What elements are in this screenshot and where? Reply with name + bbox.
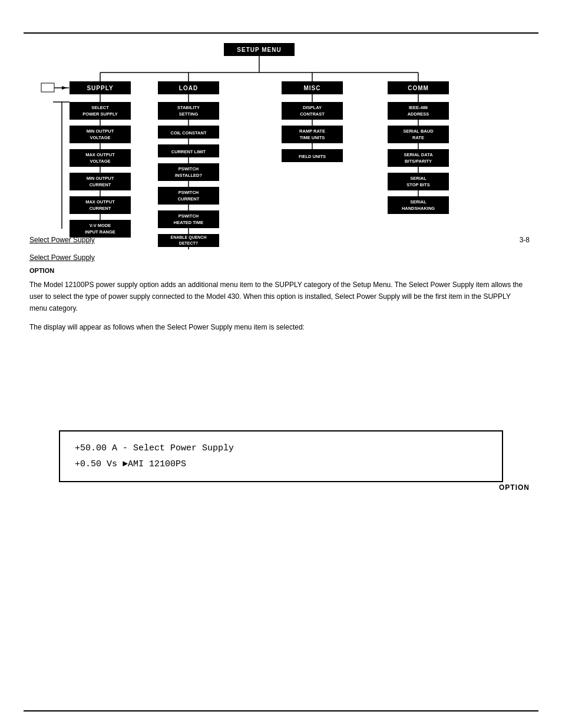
lcd-display-box: +50.00 A - Select Power Supply +0.50 Vs … (59, 430, 503, 482)
svg-text:DISPLAY: DISPLAY (303, 105, 322, 110)
svg-text:VOLTAGE: VOLTAGE (90, 135, 110, 140)
svg-text:POWER SUPPLY: POWER SUPPLY (82, 111, 118, 117)
option-label: OPTION (499, 483, 530, 492)
svg-text:TIME UNITS: TIME UNITS (300, 135, 325, 140)
svg-text:BITS/PARITY: BITS/PARITY (405, 159, 432, 164)
svg-text:MIN OUTPUT: MIN OUTPUT (87, 176, 114, 181)
svg-text:HEATED TIME: HEATED TIME (174, 220, 203, 225)
svg-text:V-V MODE: V-V MODE (90, 223, 111, 228)
svg-text:INSTALLED?: INSTALLED? (175, 173, 203, 178)
svg-text:MIN OUTPUT: MIN OUTPUT (87, 129, 114, 134)
main-text-block: OPTION The Model 12100PS power supply op… (29, 265, 530, 340)
section-ref: Select Power Supply (29, 253, 98, 262)
svg-text:SERIAL: SERIAL (410, 176, 427, 181)
svg-text:SERIAL BAUD: SERIAL BAUD (403, 129, 434, 134)
svg-text:CURRENT: CURRENT (178, 196, 200, 202)
svg-text:DETECT?: DETECT? (179, 241, 198, 245)
svg-text:STOP BITS: STOP BITS (406, 182, 429, 187)
svg-text:SERIAL DATA: SERIAL DATA (404, 152, 433, 157)
bottom-rule (24, 710, 538, 711)
page-number-ref: 3-8 (520, 236, 530, 244)
svg-text:SETUP MENU: SETUP MENU (237, 47, 281, 53)
svg-text:COMM: COMM (408, 85, 429, 91)
svg-text:CURRENT LIMIT: CURRENT LIMIT (171, 149, 206, 154)
svg-text:LOAD: LOAD (179, 85, 198, 91)
svg-text:PSWITCH: PSWITCH (178, 190, 199, 195)
svg-text:PSWITCH: PSWITCH (178, 166, 199, 172)
bottom-ref-line: Select Power Supply (29, 236, 95, 244)
svg-text:RATE: RATE (412, 135, 424, 140)
svg-text:COIL CONSTANT: COIL CONSTANT (171, 130, 207, 136)
svg-text:VOLTAGE: VOLTAGE (90, 159, 110, 164)
svg-text:FIELD UNITS: FIELD UNITS (299, 154, 326, 159)
page-ref: 3-8 (520, 236, 530, 244)
svg-text:SUPPLY: SUPPLY (87, 85, 113, 91)
paragraph-1: The Model 12100PS power supply option ad… (29, 279, 530, 314)
svg-text:HANDSHAKING: HANDSHAKING (402, 206, 435, 211)
svg-text:SERIAL: SERIAL (410, 199, 427, 205)
svg-text:IEEE-488: IEEE-488 (409, 105, 428, 110)
svg-text:MISC: MISC (304, 85, 321, 91)
paragraph-option-label: OPTION (29, 265, 530, 276)
svg-rect-39 (41, 83, 54, 92)
svg-text:RAMP RATE: RAMP RATE (299, 129, 325, 134)
svg-text:MAX OUTPUT: MAX OUTPUT (85, 152, 115, 157)
svg-text:SELECT: SELECT (91, 105, 109, 110)
svg-text:STABILITY: STABILITY (177, 105, 200, 110)
top-rule (24, 32, 538, 34)
svg-text:ADDRESS: ADDRESS (408, 111, 429, 117)
svg-text:MAX OUTPUT: MAX OUTPUT (85, 199, 115, 205)
svg-text:CURRENT: CURRENT (90, 182, 111, 187)
display-line-2: +0.50 Vs ►AMI 12100PS (75, 456, 487, 472)
setup-menu-diagram: SETUP MENU SUPPLY SELECT POWER SUPPLY MI… (29, 40, 536, 258)
svg-text:INPUT RANGE: INPUT RANGE (85, 229, 115, 235)
display-line-1: +50.00 A - Select Power Supply (75, 440, 487, 456)
para-ref-text: Select Power Supply (29, 253, 95, 262)
paragraph-2: The display will appear as follows when … (29, 322, 530, 334)
ref-text: Select Power Supply (29, 236, 95, 244)
svg-text:CONTRAST: CONTRAST (300, 111, 325, 117)
svg-text:ENABLE QUENCH: ENABLE QUENCH (170, 235, 206, 240)
svg-text:PSWITCH: PSWITCH (178, 213, 199, 219)
svg-text:CURRENT: CURRENT (90, 206, 111, 211)
svg-text:SETTING: SETTING (179, 111, 199, 117)
